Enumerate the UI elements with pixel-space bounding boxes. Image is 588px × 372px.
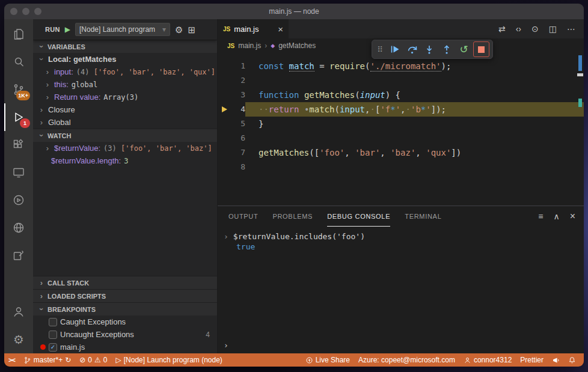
live-share-item[interactable]: Live Share xyxy=(301,353,354,367)
activity-live-share[interactable] xyxy=(4,242,33,269)
step-out-button[interactable] xyxy=(438,41,455,57)
chevron-right-icon: › xyxy=(44,80,51,89)
tab-terminal[interactable]: TERMINAL xyxy=(405,206,441,227)
maximize-panel-icon[interactable]: ∧ xyxy=(553,212,559,221)
git-branch-item[interactable]: master*+ ↻ xyxy=(19,353,75,367)
variable-row[interactable]: › input: (4) ['foo', 'bar', 'baz', 'qux'… xyxy=(33,66,217,78)
breakpoint-row[interactable]: ✓ main.js xyxy=(33,341,217,353)
scope-label: Local: getMatches xyxy=(48,55,116,64)
more-actions-icon[interactable]: ⋯ xyxy=(567,24,575,34)
feedback-item[interactable] xyxy=(548,353,564,367)
activity-run-debug[interactable]: 1 xyxy=(4,103,33,131)
checkbox-checked[interactable]: ✓ xyxy=(49,343,57,352)
code-token: ( xyxy=(334,105,339,114)
debug-launch-item[interactable]: ▷ [Node] Launch program (node) xyxy=(111,353,226,367)
minimize-window-button[interactable] xyxy=(22,8,29,15)
activity-explorer[interactable] xyxy=(4,20,33,48)
breadcrumb-file[interactable]: main.js xyxy=(238,41,261,50)
activity-ports[interactable] xyxy=(4,214,33,242)
split-editor-icon[interactable]: ◫ xyxy=(549,24,557,34)
launch-config-dropdown[interactable]: [Node] Launch program ▾ xyxy=(75,23,170,36)
scope-row-closure[interactable]: › Closure xyxy=(33,103,217,116)
variable-row[interactable]: › Return value: Array(3) xyxy=(33,91,217,103)
line-text[interactable]: getMatches(['foo', 'bar', 'baz', 'qux']) xyxy=(245,145,584,160)
glyph-margin[interactable] xyxy=(218,160,231,174)
debug-console[interactable]: › $returnValue.includes('foo') true › xyxy=(218,227,584,353)
watch-section-header[interactable]: › WATCH xyxy=(33,129,217,142)
open-changes-icon[interactable]: ⇄ xyxy=(498,24,506,34)
activity-source-control[interactable]: 1K+ xyxy=(4,76,33,103)
watch-row[interactable]: $returnValue.length: 3 xyxy=(33,154,217,167)
add-configuration-icon[interactable]: ⊞ xyxy=(188,25,195,34)
console-expression-line: › $returnValue.includes('foo') xyxy=(224,231,584,242)
activity-settings[interactable]: ⚙ xyxy=(4,326,33,353)
code-token: ( xyxy=(355,90,360,100)
activity-test-explorer[interactable] xyxy=(4,186,33,214)
line-text[interactable] xyxy=(245,73,584,88)
close-tab-icon[interactable]: × xyxy=(278,24,283,34)
scope-row[interactable]: › Local: getMatches xyxy=(33,53,217,66)
problems-item[interactable]: ⊘ 0 ⚠ 0 xyxy=(75,353,111,367)
line-text[interactable]: function getMatches(input) { xyxy=(245,88,584,102)
glyph-margin[interactable] xyxy=(218,145,231,160)
code-line: 2 xyxy=(218,73,584,88)
github-account-item[interactable]: connor4312 xyxy=(459,353,516,367)
line-text[interactable]: const match = require('./micromatch'); xyxy=(245,59,584,73)
step-into-button[interactable] xyxy=(421,41,437,57)
line-text[interactable]: } xyxy=(245,117,584,131)
drag-handle-icon[interactable]: ⠿ xyxy=(375,45,385,54)
activity-remote-explorer[interactable] xyxy=(4,159,33,186)
line-text[interactable]: ··return •match(input,·['f*',·'b*']); xyxy=(245,102,584,117)
glyph-margin[interactable] xyxy=(218,131,231,145)
watch-row[interactable]: › $returnValue: (3) ['foo', 'bar', 'baz'… xyxy=(33,142,217,154)
activity-extensions[interactable] xyxy=(4,131,33,159)
tab-output[interactable]: OUTPUT xyxy=(228,206,258,227)
start-debug-icon[interactable]: ▶ xyxy=(65,25,70,34)
activity-search[interactable] xyxy=(4,48,33,76)
line-text[interactable] xyxy=(245,131,584,145)
overview-ruler[interactable] xyxy=(577,53,584,206)
code-token: const xyxy=(259,61,284,71)
restart-button[interactable]: ↺ xyxy=(456,41,472,57)
stop-button[interactable] xyxy=(473,41,489,57)
loaded-scripts-section-header[interactable]: › LOADED SCRIPTS xyxy=(33,289,217,302)
variables-section-header[interactable]: › VARIABLES xyxy=(33,40,217,53)
tab-debug-console[interactable]: DEBUG CONSOLE xyxy=(327,206,390,227)
breadcrumb-symbol[interactable]: getMatches xyxy=(278,41,316,50)
tab-main-js[interactable]: JS main.js × xyxy=(218,19,289,38)
maximize-window-button[interactable] xyxy=(34,8,41,15)
scope-row-global[interactable]: › Global xyxy=(33,116,217,129)
close-panel-icon[interactable]: × xyxy=(570,211,575,222)
navigate-code-icon[interactable]: ‹› xyxy=(516,24,521,34)
breakpoint-row[interactable]: Uncaught Exceptions 4 xyxy=(33,328,217,341)
activity-accounts[interactable] xyxy=(4,298,33,326)
code-editor[interactable]: 1 const match = require('./micromatch');… xyxy=(218,53,584,206)
glyph-margin[interactable] xyxy=(218,88,231,102)
azure-account-item[interactable]: Azure: copeet@microsoft.com xyxy=(354,353,459,367)
line-text[interactable] xyxy=(245,160,584,174)
glyph-margin[interactable] xyxy=(218,117,231,131)
ruler-handle[interactable] xyxy=(577,73,583,76)
glyph-margin[interactable] xyxy=(218,73,231,88)
breakpoints-section-header[interactable]: › BREAKPOINTS xyxy=(33,302,217,316)
continue-button[interactable] xyxy=(386,41,402,57)
variable-row[interactable]: › this: global xyxy=(33,78,217,91)
step-over-button[interactable] xyxy=(403,41,420,57)
tab-problems[interactable]: PROBLEMS xyxy=(272,206,313,227)
call-stack-section-header[interactable]: › CALL STACK xyxy=(33,276,217,289)
current-line-glyph[interactable] xyxy=(218,102,231,117)
checkbox-unchecked[interactable] xyxy=(49,318,57,326)
configure-gear-icon[interactable]: ⚙ xyxy=(175,25,183,34)
filter-icon[interactable]: ≡ xyxy=(538,212,543,221)
close-window-button[interactable] xyxy=(10,8,17,15)
breakpoint-row[interactable]: Caught Exceptions xyxy=(33,316,217,328)
console-input-prompt[interactable]: › xyxy=(224,341,228,350)
step-indicator-icon[interactable]: ⊙ xyxy=(531,24,539,34)
notifications-item[interactable] xyxy=(564,353,580,367)
formatter-item[interactable]: Prettier xyxy=(516,353,548,367)
checkbox-unchecked[interactable] xyxy=(49,331,57,339)
line-number: 3 xyxy=(231,88,245,102)
remote-indicator[interactable]: >< xyxy=(4,353,19,367)
person-icon xyxy=(464,356,471,364)
glyph-margin[interactable] xyxy=(218,59,231,73)
